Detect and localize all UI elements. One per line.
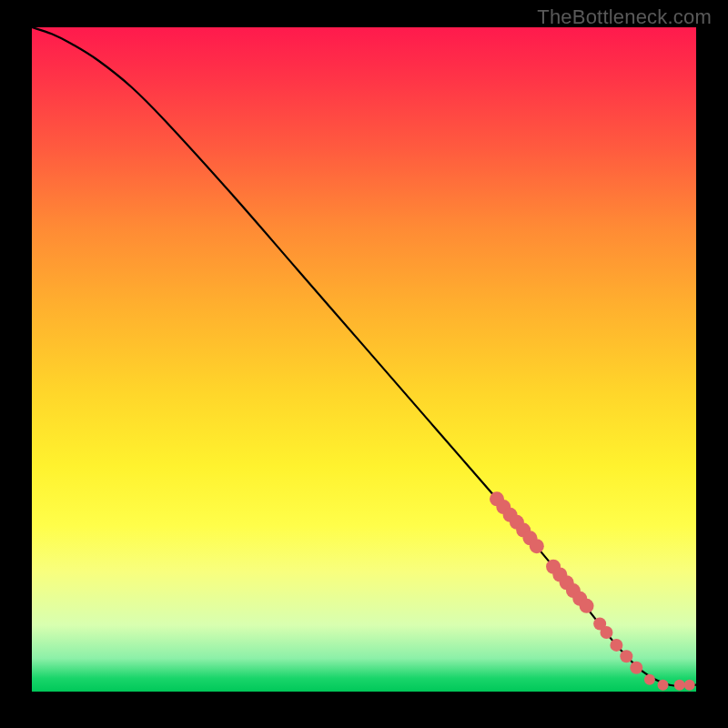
plot-area	[32, 27, 696, 692]
marker-group	[490, 491, 695, 690]
data-marker	[530, 539, 544, 553]
data-marker	[620, 650, 632, 662]
data-marker	[644, 674, 655, 685]
curve-line	[32, 27, 696, 686]
chart-svg	[32, 27, 696, 692]
chart-frame: TheBottleneck.com	[0, 0, 728, 728]
data-marker	[658, 680, 669, 691]
data-marker	[684, 680, 695, 691]
data-marker	[580, 599, 594, 613]
attribution-label: TheBottleneck.com	[537, 5, 712, 29]
data-marker	[600, 626, 612, 639]
data-marker	[674, 680, 685, 691]
data-marker	[630, 662, 642, 674]
data-marker	[610, 639, 622, 652]
